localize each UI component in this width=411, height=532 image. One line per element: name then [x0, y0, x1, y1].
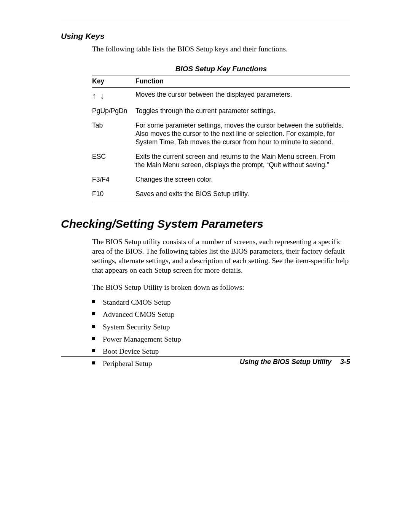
key-cell: Tab [92, 118, 135, 150]
func-cell: Saves and exits the BIOS Setup utility. [135, 187, 350, 202]
key-functions-table: Key Function ↑ ↓ Moves the cursor betwee… [92, 75, 350, 203]
footer-rule [61, 356, 350, 357]
func-cell: Moves the cursor between the displayed p… [135, 87, 350, 104]
table-title: BIOS Setup Key Functions [92, 65, 350, 73]
table-row: F3/F4 Changes the screen color. [92, 173, 350, 187]
table-row: ↑ ↓ Moves the cursor between the display… [92, 87, 350, 104]
list-item: System Security Setup [92, 321, 350, 333]
subheading-using-keys: Using Keys [61, 32, 350, 41]
section-paragraph-1: The BIOS Setup utility consists of a num… [92, 237, 350, 275]
key-functions-table-wrap: BIOS Setup Key Functions Key Function ↑ … [92, 65, 350, 203]
list-item: Standard CMOS Setup [92, 296, 350, 308]
table-header-row: Key Function [92, 75, 350, 87]
key-cell: ↑ ↓ [92, 87, 135, 104]
key-cell: PgUp/PgDn [92, 104, 135, 118]
table-row: F10 Saves and exits the BIOS Setup utili… [92, 187, 350, 202]
list-item: Power Management Setup [92, 333, 350, 345]
list-item: Advanced CMOS Setup [92, 308, 350, 321]
footer-text: Using the BIOS Setup Utility 3-5 [240, 358, 350, 366]
page: Using Keys The following table lists the… [0, 0, 411, 532]
func-cell: For some parameter settings, moves the c… [135, 118, 350, 150]
key-cell: F10 [92, 187, 135, 202]
section-paragraph-2: The BIOS Setup Utility is broken down as… [92, 283, 350, 292]
func-cell: Exits the current screen and returns to … [135, 150, 350, 173]
func-cell: Changes the screen color. [135, 173, 350, 187]
table-row: ESC Exits the current screen and returns… [92, 150, 350, 173]
list-item: Boot Device Setup [92, 345, 350, 358]
heading-checking-setting: Checking/Setting System Parameters [61, 217, 350, 230]
top-rule [61, 20, 350, 20]
table-header-function: Function [135, 75, 350, 87]
table-row: Tab For some parameter settings, moves t… [92, 118, 350, 150]
key-cell: F3/F4 [92, 173, 135, 187]
intro-paragraph: The following table lists the BIOS Setup… [92, 45, 350, 54]
func-cell: Toggles through the current parameter se… [135, 104, 350, 118]
table-header-key: Key [92, 75, 135, 87]
table-row: PgUp/PgDn Toggles through the current pa… [92, 104, 350, 118]
key-cell: ESC [92, 150, 135, 173]
